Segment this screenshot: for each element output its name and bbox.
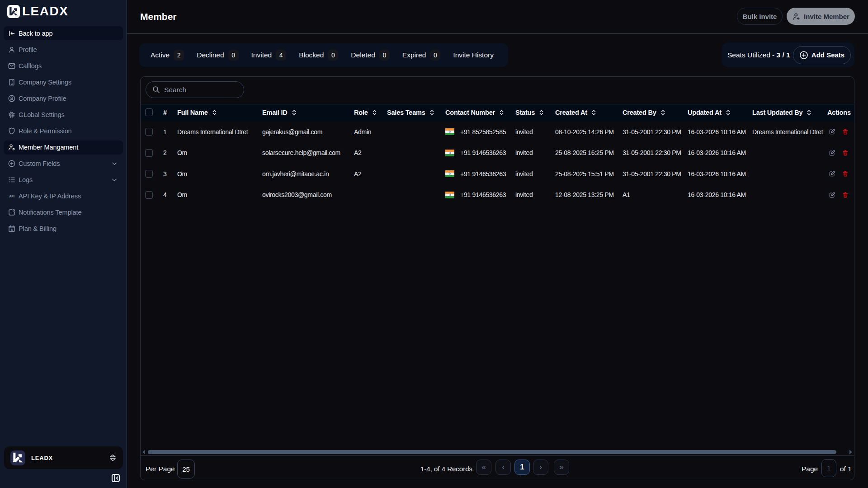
svg-text:API: API (9, 195, 14, 198)
svg-text:$: $ (11, 228, 13, 231)
